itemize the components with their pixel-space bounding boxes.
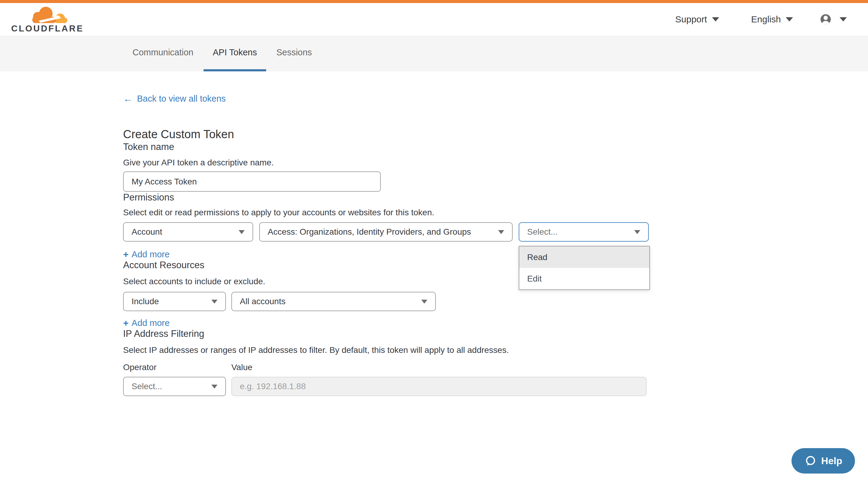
chevron-down-icon: [840, 17, 847, 22]
support-label: Support: [675, 14, 707, 25]
ip-value-input[interactable]: [231, 377, 647, 396]
add-more-label: Add more: [131, 318, 170, 328]
chat-bubble-icon: [804, 455, 816, 467]
ip-operator-value: Select...: [131, 382, 162, 391]
chevron-down-icon: [786, 17, 793, 22]
resources-add-more-link[interactable]: + Add more: [123, 318, 170, 328]
cloudflare-cloud-icon: [29, 6, 69, 24]
account-menu[interactable]: [819, 13, 847, 26]
header-nav: Support English: [675, 13, 847, 26]
permission-level-value: Select...: [527, 227, 558, 237]
chevron-down-icon: [211, 385, 217, 389]
permission-resource-value: Access: Organizations, Identity Provider…: [268, 227, 471, 237]
permission-level-dropdown: Read Edit: [519, 246, 650, 290]
permissions-add-more-link[interactable]: + Add more: [123, 250, 170, 259]
header: CLOUDFLARE Support English: [0, 3, 868, 36]
cloudflare-wordmark: CLOUDFLARE: [11, 24, 84, 34]
tab-bar: Communication API Tokens Sessions: [0, 36, 868, 71]
tab-api-tokens[interactable]: API Tokens: [204, 36, 266, 71]
account-resources-description: Select accounts to include or exclude.: [123, 277, 868, 287]
token-name-description: Give your API token a descriptive name.: [123, 158, 868, 168]
resource-mode-value: Include: [131, 297, 159, 306]
resource-accounts-value: All accounts: [240, 297, 285, 306]
resource-accounts-select[interactable]: All accounts: [231, 292, 436, 311]
permission-scope-value: Account: [131, 227, 162, 237]
value-label: Value: [231, 362, 252, 372]
add-more-label: Add more: [131, 250, 170, 259]
back-to-tokens-link[interactable]: ← Back to view all tokens: [123, 94, 226, 104]
permission-scope-select[interactable]: Account: [123, 222, 253, 242]
help-button[interactable]: Help: [792, 448, 855, 474]
permissions-heading: Permissions: [123, 192, 868, 203]
account-resources-row: Include All accounts: [123, 292, 868, 311]
token-name-heading: Token name: [123, 141, 868, 153]
page-title: Create Custom Token: [123, 127, 868, 141]
chevron-down-icon: [421, 300, 427, 303]
tab-communication[interactable]: Communication: [123, 36, 202, 71]
page: CLOUDFLARE Support English: [0, 0, 868, 482]
ip-filtering-labels: Operator Value: [123, 362, 868, 372]
operator-label: Operator: [123, 362, 231, 372]
ip-filtering-description: Select IP addresses or ranges of IP addr…: [123, 345, 868, 355]
back-arrow-icon: ←: [123, 94, 133, 103]
chevron-down-icon: [239, 230, 245, 234]
permissions-description: Select edit or read permissions to apply…: [123, 207, 868, 218]
chevron-down-icon: [211, 300, 217, 303]
help-label: Help: [821, 455, 842, 467]
user-avatar-icon: [819, 13, 832, 26]
chevron-down-icon: [498, 230, 504, 234]
permission-resource-select[interactable]: Access: Organizations, Identity Provider…: [259, 222, 513, 242]
language-menu[interactable]: English: [751, 14, 793, 25]
permissions-row: Account Access: Organizations, Identity …: [123, 222, 868, 242]
plus-icon: +: [123, 319, 128, 327]
back-link-label: Back to view all tokens: [137, 94, 226, 104]
cloudflare-logo[interactable]: CLOUDFLARE: [11, 6, 75, 34]
permission-level-select[interactable]: Select... Read Edit: [519, 222, 649, 242]
top-accent-bar: [0, 0, 868, 3]
resource-mode-select[interactable]: Include: [123, 292, 226, 311]
chevron-down-icon: [634, 230, 640, 234]
chevron-down-icon: [712, 17, 719, 22]
support-menu[interactable]: Support: [675, 14, 719, 25]
ip-filtering-heading: IP Address Filtering: [123, 328, 868, 340]
ip-filtering-row: Select...: [123, 377, 868, 396]
dropdown-option-read[interactable]: Read: [519, 247, 649, 268]
plus-icon: +: [123, 250, 128, 259]
main-content: ← Back to view all tokens Create Custom …: [0, 94, 868, 396]
dropdown-option-edit[interactable]: Edit: [519, 268, 649, 289]
ip-operator-select[interactable]: Select...: [123, 377, 226, 396]
tab-sessions[interactable]: Sessions: [267, 36, 321, 71]
account-resources-heading: Account Resources: [123, 259, 868, 271]
language-label: English: [751, 14, 781, 25]
token-name-input[interactable]: [123, 171, 381, 192]
